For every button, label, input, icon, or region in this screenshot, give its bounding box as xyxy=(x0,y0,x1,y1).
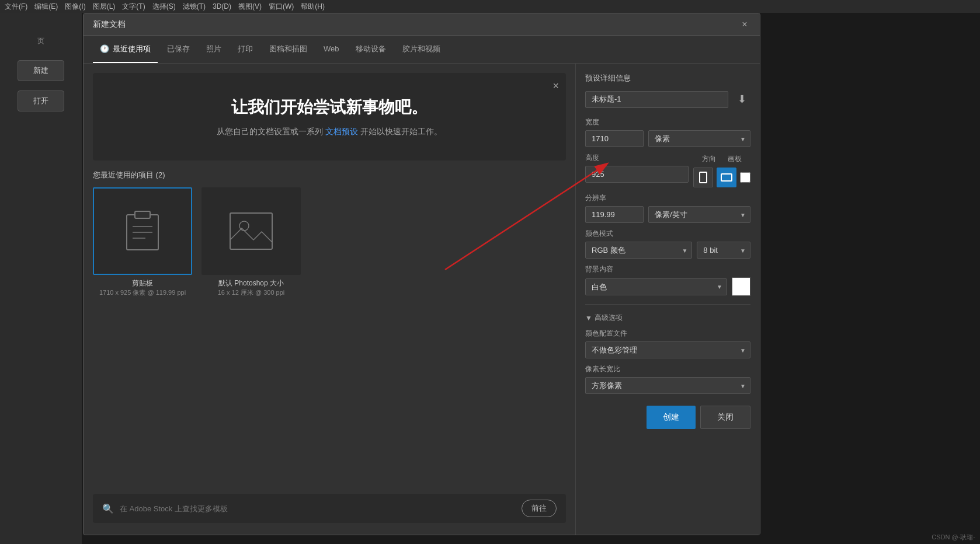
resolution-unit-select[interactable]: 像素/英寸 像素/厘米 xyxy=(648,206,750,223)
preset-name-row: ⬇ xyxy=(585,90,750,108)
tab-web[interactable]: Web xyxy=(317,36,346,63)
color-depth-select[interactable]: 8 bit 16 bit 32 bit xyxy=(697,242,750,259)
color-mode-row: RGB 颜色 CMYK 颜色 灰度 8 bit 16 bit 32 bit xyxy=(585,242,750,259)
width-unit-wrapper: 像素 英寸 厘米 毫米 xyxy=(648,130,750,147)
color-profile-select[interactable]: 不做色彩管理 sRGB IEC61966-2.1 xyxy=(585,341,750,358)
clipboard-info: 1710 x 925 像素 @ 119.99 ppi xyxy=(93,288,192,297)
menu-image[interactable]: 图像(I) xyxy=(65,2,85,12)
tab-mobile[interactable]: 移动设备 xyxy=(349,36,393,63)
svg-rect-5 xyxy=(230,213,272,249)
background-select[interactable]: 白色 黑色 背景色 透明 xyxy=(585,278,727,295)
default-name: 默认 Photoshop 大小 xyxy=(201,278,301,288)
portrait-button[interactable] xyxy=(693,168,713,187)
menu-window[interactable]: 窗口(W) xyxy=(269,2,294,12)
pixel-aspect-select[interactable]: 方形像素 D1/DV NTSC xyxy=(585,377,750,394)
tab-art[interactable]: 图稿和插图 xyxy=(262,36,314,63)
recent-item-clipboard[interactable]: 剪贴板 1710 x 925 像素 @ 119.99 ppi xyxy=(93,187,192,297)
height-label: 高度 xyxy=(585,153,689,163)
width-unit-select[interactable]: 像素 英寸 厘米 毫米 xyxy=(648,130,750,147)
tab-print[interactable]: 打印 xyxy=(231,36,260,63)
svg-rect-1 xyxy=(135,211,150,218)
panel-footer: 创建 关闭 xyxy=(585,406,750,429)
dialog-tabs: 🕐 最近使用项 已保存 照片 打印 图稿和插图 Web 移动设备 胶片和视频 xyxy=(84,36,760,64)
clipboard-name: 剪贴板 xyxy=(93,278,192,288)
open-button[interactable]: 打开 xyxy=(18,90,64,111)
resolution-label: 分辨率 xyxy=(585,193,750,203)
sidebar-page-label: 页 xyxy=(37,36,44,46)
tab-photo[interactable]: 照片 xyxy=(199,36,228,63)
menu-bar: 文件(F) 编辑(E) 图像(I) 图层(L) 文字(T) 选择(S) 滤镜(T… xyxy=(0,0,980,13)
svg-rect-7 xyxy=(700,172,707,183)
width-label: 宽度 xyxy=(585,117,750,127)
dialog-titlebar: 新建文档 × xyxy=(84,13,760,36)
tab-recent[interactable]: 🕐 最近使用项 xyxy=(93,36,158,63)
new-button[interactable]: 新建 xyxy=(18,60,64,81)
save-preset-button[interactable]: ⬇ xyxy=(733,90,750,108)
canvas-checkbox[interactable] xyxy=(740,172,750,183)
search-icon: 🔍 xyxy=(102,503,114,514)
pixel-aspect-label: 像素长宽比 xyxy=(585,364,750,374)
default-info: 16 x 12 厘米 @ 300 ppi xyxy=(201,288,301,297)
menu-layer[interactable]: 图层(L) xyxy=(93,2,116,12)
pixel-aspect-row: 方形像素 D1/DV NTSC xyxy=(585,377,750,394)
resolution-row: 像素/英寸 像素/厘米 xyxy=(585,206,750,223)
dialog-body: × 让我们开始尝试新事物吧。 从您自己的文档设置或一系列 文档预设 开始以快速开… xyxy=(84,64,760,535)
menu-edit[interactable]: 编辑(E) xyxy=(34,2,58,12)
direction-label: 方向 xyxy=(702,154,716,164)
panel-title: 预设详细信息 xyxy=(585,73,750,83)
close-button[interactable]: 关闭 xyxy=(700,406,750,429)
menu-view[interactable]: 视图(V) xyxy=(238,2,262,12)
clock-icon: 🕐 xyxy=(100,44,109,53)
color-swatch[interactable] xyxy=(732,277,750,296)
banner-subtitle: 从您自己的文档设置或一系列 文档预设 开始以快速开始工作。 xyxy=(112,127,547,137)
menu-select[interactable]: 选择(S) xyxy=(152,2,176,12)
color-profile-row: 不做色彩管理 sRGB IEC61966-2.1 xyxy=(585,341,750,358)
recent-grid: 剪贴板 1710 x 925 像素 @ 119.99 ppi 默认 P xyxy=(93,187,566,297)
new-document-dialog: 新建文档 × 🕐 最近使用项 已保存 照片 打印 图稿和插图 Web 移动设备 … xyxy=(83,13,760,535)
menu-filter[interactable]: 滤镜(T) xyxy=(183,2,206,12)
background-label: 背景内容 xyxy=(585,264,750,274)
resolution-unit-wrapper: 像素/英寸 像素/厘米 xyxy=(648,206,750,223)
background-row: 白色 黑色 背景色 透明 xyxy=(585,277,750,296)
tab-saved[interactable]: 已保存 xyxy=(160,36,197,63)
welcome-banner: × 让我们开始尝试新事物吧。 从您自己的文档设置或一系列 文档预设 开始以快速开… xyxy=(93,73,566,161)
width-input[interactable] xyxy=(585,130,644,147)
create-button[interactable]: 创建 xyxy=(647,406,696,429)
search-bar: 🔍 前往 xyxy=(93,494,566,523)
chevron-down-icon: ▼ xyxy=(585,314,592,322)
dialog-close-button[interactable]: × xyxy=(739,19,750,30)
menu-file[interactable]: 文件(F) xyxy=(5,2,27,12)
recent-section: 您最近使用的项目 (2) 剪贴板 xyxy=(84,170,575,297)
height-input[interactable] xyxy=(585,166,689,183)
menu-text[interactable]: 文字(T) xyxy=(122,2,145,12)
app-sidebar: 页 新建 打开 xyxy=(0,13,82,544)
banner-close-button[interactable]: × xyxy=(552,80,559,92)
color-mode-wrapper: RGB 颜色 CMYK 颜色 灰度 xyxy=(585,242,692,259)
color-profile-label: 颜色配置文件 xyxy=(585,329,750,339)
width-row: 像素 英寸 厘米 毫米 xyxy=(585,130,750,147)
resolution-input[interactable] xyxy=(585,206,644,223)
divider xyxy=(585,304,750,305)
recent-item-default[interactable]: 默认 Photoshop 大小 16 x 12 厘米 @ 300 ppi xyxy=(201,187,301,297)
advanced-toggle[interactable]: ▼ 高级选项 xyxy=(585,313,750,323)
banner-title: 让我们开始尝试新事物吧。 xyxy=(112,96,547,118)
menu-3d[interactable]: 3D(D) xyxy=(213,2,231,11)
landscape-button[interactable] xyxy=(717,168,736,187)
search-button[interactable]: 前往 xyxy=(522,500,557,517)
preset-name-input[interactable] xyxy=(585,91,728,108)
color-profile-wrapper: 不做色彩管理 sRGB IEC61966-2.1 xyxy=(585,341,750,358)
tab-film[interactable]: 胶片和视频 xyxy=(395,36,447,63)
pixel-aspect-wrapper: 方形像素 D1/DV NTSC xyxy=(585,377,750,394)
color-mode-select[interactable]: RGB 颜色 CMYK 颜色 灰度 xyxy=(585,242,692,259)
recent-section-title: 您最近使用的项目 (2) xyxy=(93,170,566,180)
search-input[interactable] xyxy=(120,504,516,513)
color-depth-wrapper: 8 bit 16 bit 32 bit xyxy=(697,242,750,259)
content-area: × 让我们开始尝试新事物吧。 从您自己的文档设置或一系列 文档预设 开始以快速开… xyxy=(84,64,575,535)
clipboard-thumbnail xyxy=(93,187,192,275)
height-group: 高度 xyxy=(585,153,689,183)
dialog-title: 新建文档 xyxy=(93,19,739,30)
banner-link[interactable]: 文档预设 xyxy=(325,127,358,136)
menu-help[interactable]: 帮助(H) xyxy=(301,2,325,12)
watermark: CSDN @-耿瑞- xyxy=(932,533,975,542)
svg-rect-8 xyxy=(721,174,732,181)
